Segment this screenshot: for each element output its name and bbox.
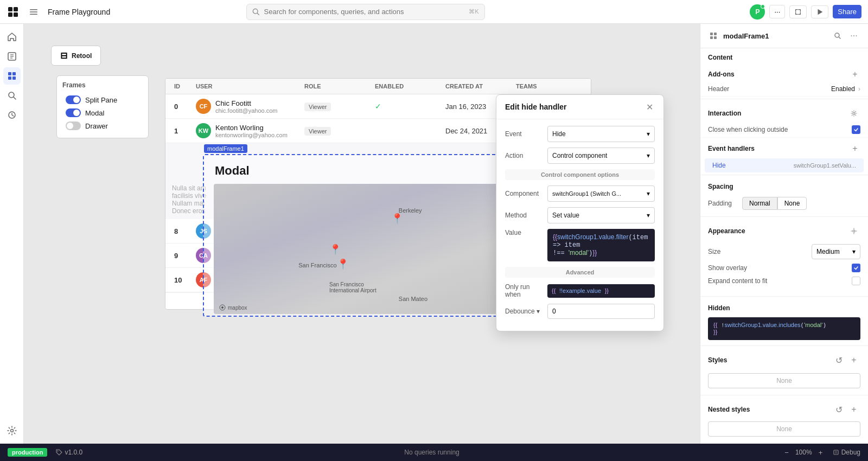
sidebar-item-search[interactable] [3,87,21,104]
size-select[interactable]: Medium ▾ [812,244,860,259]
drawer-toggle[interactable] [66,121,81,130]
modal-toggle[interactable] [66,108,81,117]
preview-button[interactable] [789,5,807,18]
padding-normal-option[interactable]: Normal [742,197,777,210]
mapbox-icon [219,304,226,311]
svg-rect-14 [8,72,11,75]
frame-item-split-pane[interactable]: Split Pane [62,93,143,106]
map-pin-sf1: 📍 [329,244,341,255]
retool-frame: ⊟ Retool [51,46,101,66]
more-panel-button[interactable]: ··· [847,29,860,42]
frame-item-modal[interactable]: Modal [62,106,143,119]
share-button[interactable]: Share [833,5,861,18]
sidebar-item-settings[interactable] [3,422,21,439]
chevron-down-icon: ▾ [537,308,540,315]
method-select[interactable]: Set value ▾ [547,207,655,223]
svg-line-29 [839,37,841,39]
avatar[interactable]: P [750,4,765,20]
svg-rect-27 [714,36,717,39]
appearance-settings-button[interactable] [847,225,860,238]
search-input[interactable] [264,8,465,16]
zoom-out-button[interactable]: − [781,447,792,458]
show-overlay-checkbox[interactable] [852,264,860,272]
retool-logo: Retool [72,52,92,60]
map-pin-sf2: 📍 [337,258,349,270]
sidebar-item-components[interactable] [3,67,21,85]
styles-refresh-button[interactable]: ↺ [832,354,845,367]
svg-rect-3 [14,12,18,17]
component-icon [708,30,719,41]
env-badge[interactable]: production [8,448,47,457]
nested-styles-add-button[interactable]: + [847,403,860,416]
svg-point-32 [58,451,59,452]
frame-name-drawer: Drawer [85,122,108,130]
expand-content-checkbox[interactable] [852,277,860,285]
only-run-when-input[interactable]: {{ !!example.value }} [547,284,655,298]
interaction-settings-button[interactable] [847,107,860,120]
content-section-title: Content [708,54,732,61]
main-layout: ⊟ Retool Frames Split Pane Modal Drawer … [0,24,868,444]
component-field-row: Component switchGroup1 (Switch G... ▾ [505,185,655,202]
nested-styles-actions: ↺ + [832,403,860,416]
component-select[interactable]: switchGroup1 (Switch G... ▾ [547,185,655,202]
mapbox-label: mapbox [228,305,247,311]
close-when-clicking-label: Close when clicking outside [708,126,847,133]
nested-styles-section-header: Nested styles ↺ + [700,398,868,418]
version-label: v1.0.0 [65,449,82,456]
debounce-input[interactable] [547,304,655,319]
close-button[interactable]: ✕ [644,101,655,112]
sidebar-item-home[interactable] [3,28,21,46]
left-sidebar [0,24,24,444]
addons-add-button[interactable]: + [850,69,860,80]
svg-rect-6 [30,14,37,15]
split-pane-toggle[interactable] [66,95,81,104]
divider [700,99,868,99]
component-label: Component [505,190,543,197]
event-handler-item[interactable]: Hide switchGroup1.setValu... [705,158,864,172]
topbar: Frame Playground ⌘K P ··· Share [0,0,868,24]
topbar-right: P ··· Share [750,4,861,20]
event-select[interactable]: Hide ▾ [547,126,655,142]
action-select[interactable]: Control component ▾ [547,148,655,164]
frame-name-split-pane: Split Pane [85,96,117,104]
debug-icon [833,449,839,456]
search-icon [252,8,260,16]
value-code-input[interactable]: {{switchGroup1.value.filter(item => item… [547,229,655,261]
row-user: CFChic Footittchic.footitt@yahoo.com [194,99,302,114]
frame-item-drawer[interactable]: Drawer [62,119,143,132]
svg-point-35 [835,451,836,451]
event-handlers-add-button[interactable]: + [850,143,860,154]
event-field-row: Event Hide ▾ [505,126,655,142]
more-options-button[interactable]: ··· [769,5,785,18]
event-handler-event: Hide [712,162,726,169]
padding-none-option[interactable]: None [777,197,807,210]
sidebar-item-pages[interactable] [3,48,21,65]
nested-styles-empty: None [708,421,860,437]
edit-hide-handler-modal: Edit hide handler ✕ Event Hide ▾ Action … [496,94,664,331]
sidebar-item-history[interactable] [3,106,21,124]
interaction-section-header: Interaction [700,101,868,122]
styles-section-title: Styles [708,356,727,364]
chevron-down-icon: ▾ [647,130,650,138]
map-attribution: mapbox [219,304,247,311]
show-overlay-row: Show overlay [708,264,860,272]
hidden-code[interactable]: {{ !switchGroup1.value.includes('modal')… [708,317,860,340]
close-when-clicking-checkbox[interactable] [852,125,860,134]
svg-point-31 [853,230,855,232]
search-bar[interactable]: ⌘K [246,4,485,20]
debug-button[interactable]: Debug [833,449,860,456]
edit-modal-body: Event Hide ▾ Action Control component ▾ … [496,119,663,331]
hidden-section-header: Hidden [700,299,868,314]
frame-name-modal: Modal [85,109,104,117]
sidebar-toggle[interactable] [26,4,41,20]
search-panel-button[interactable] [831,29,844,42]
zoom-in-button[interactable]: + [815,447,826,458]
nested-styles-refresh-button[interactable]: ↺ [832,403,845,416]
padding-label: Padding [708,200,738,207]
action-field-row: Action Control component ▾ [505,148,655,164]
modal-frame-title: Modal [215,164,250,178]
run-button[interactable] [811,5,828,18]
spacing-section: Padding Normal None [700,193,868,214]
header-value: Enabled [831,85,855,93]
styles-add-button[interactable]: + [847,354,860,367]
